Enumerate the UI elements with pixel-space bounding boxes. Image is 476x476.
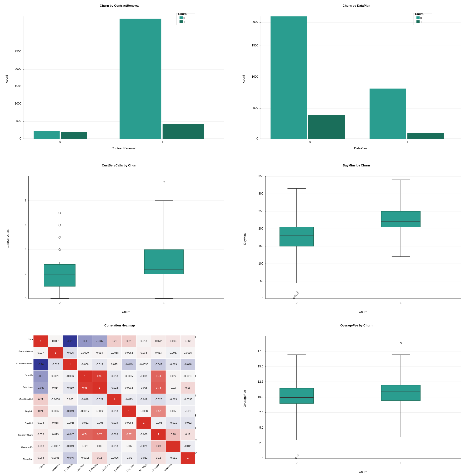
ytick-1500: 1500 bbox=[15, 85, 21, 88]
bar2-1-c0 bbox=[369, 89, 406, 139]
title-dataplan: Churn by DataPlan bbox=[343, 4, 370, 7]
chart-area-4: 0 50 100 150 200 250 300 35 bbox=[239, 168, 474, 320]
xlabel-label-4: Churn bbox=[359, 310, 367, 314]
svg-text:12.5: 12.5 bbox=[258, 380, 263, 383]
outlier6-1-high bbox=[400, 342, 401, 344]
ytick2-2000: 2000 bbox=[252, 20, 258, 24]
ytick-2500: 2500 bbox=[15, 50, 21, 53]
svg-text:2: 2 bbox=[25, 272, 26, 276]
legend-title-2: Churn bbox=[415, 12, 423, 16]
ylabel-4: DayMins bbox=[243, 233, 246, 245]
outlier4-0-3 bbox=[296, 294, 297, 296]
xlabel-0: 0 bbox=[59, 140, 61, 144]
svg-text:200: 200 bbox=[258, 227, 263, 231]
svg-text:AccountWeeks: AccountWeeks bbox=[18, 350, 34, 352]
xlabel4-1: 1 bbox=[400, 301, 401, 305]
legend-color-0 bbox=[180, 17, 183, 19]
xlabel-label-1: ContractRenewal bbox=[111, 146, 136, 150]
legend2-1: 1 bbox=[420, 20, 422, 24]
svg-text:OverageFee: OverageFee bbox=[21, 445, 34, 448]
svg-text:7.5: 7.5 bbox=[259, 411, 263, 414]
svg-text:6: 6 bbox=[25, 223, 26, 227]
panel-daymins: DayMins by Churn 0 50 100 150 200 bbox=[239, 162, 474, 320]
outlier4-0-1 bbox=[293, 297, 295, 299]
svg-chart3: 0 2 4 6 8 CustServCalls bbox=[2, 168, 237, 320]
svg-chart4: 0 50 100 150 200 250 300 35 bbox=[239, 168, 474, 320]
ytick2-1000: 1000 bbox=[252, 75, 258, 78]
outlier4-0-2 bbox=[294, 295, 296, 297]
box6-0 bbox=[280, 388, 313, 403]
outlier-3-1-9 bbox=[163, 181, 165, 183]
svg-text:17.5: 17.5 bbox=[258, 349, 263, 353]
svg-text:DataUsage: DataUsage bbox=[22, 386, 34, 388]
xlabel4-0: 0 bbox=[296, 301, 297, 305]
panel-custservcalls: CustServCalls by Churn 0 2 4 6 8 bbox=[2, 162, 237, 320]
xlabel-label-6: Churn bbox=[359, 470, 367, 474]
svg-chart1: 0 500 1000 1500 2000 2500 count bbox=[2, 8, 237, 160]
chart-area-5: // We'll define cell positions manually … bbox=[2, 328, 237, 476]
legend-title-1: Churn bbox=[178, 12, 187, 16]
svg-text:RoamMins: RoamMins bbox=[23, 458, 34, 460]
svg-text:8: 8 bbox=[25, 199, 26, 202]
svg-text:15.0: 15.0 bbox=[258, 365, 263, 368]
chart-area-6: 0 2.5 5.0 7.5 10.0 12.5 15.0 bbox=[239, 328, 474, 476]
title-custservcalls: CustServCalls by Churn bbox=[102, 164, 137, 167]
legend-1: 1 bbox=[183, 20, 185, 24]
svg-text:250: 250 bbox=[258, 210, 263, 213]
panel-heatmap: Correlation Heatmap // We'll define cell… bbox=[2, 322, 237, 476]
svg-text:CustServCalls: CustServCalls bbox=[19, 398, 34, 400]
svg-text:10.0: 10.0 bbox=[258, 395, 263, 399]
svg-text:Churn: Churn bbox=[39, 463, 45, 470]
svg-text:ContractRenewal: ContractRenewal bbox=[16, 362, 34, 365]
legend2-color-0 bbox=[416, 17, 419, 19]
svg-text:DayCalls: DayCalls bbox=[25, 422, 34, 424]
box6-1 bbox=[381, 385, 420, 401]
xlabel6-1: 1 bbox=[400, 461, 401, 465]
outlier-3-0-5 bbox=[59, 237, 61, 238]
ytick2-500: 500 bbox=[253, 106, 258, 110]
chart-area-2: 0 500 1000 1500 2000 count 0 bbox=[239, 8, 474, 160]
chart-area-3: 0 2 4 6 8 CustServCalls bbox=[2, 168, 237, 320]
ytick-1000: 1000 bbox=[15, 102, 21, 105]
ytick2-0: 0 bbox=[256, 137, 258, 140]
ytick2-1500: 1500 bbox=[252, 44, 258, 47]
svg-text:300: 300 bbox=[258, 192, 263, 195]
svg-text:350: 350 bbox=[258, 175, 263, 178]
panel-contract-renewal: Churn by ContractRenewal 0 500 1000 1500 bbox=[2, 2, 237, 160]
box4-0 bbox=[280, 227, 313, 246]
xlabel2-1: 1 bbox=[407, 140, 408, 144]
xlabel3-1: 1 bbox=[163, 301, 165, 305]
svg-text:DayCalls: DayCalls bbox=[126, 464, 135, 472]
legend-color-1 bbox=[180, 20, 183, 23]
box3-0 bbox=[44, 265, 75, 287]
bar-1-churn1 bbox=[163, 124, 204, 139]
bar-1-churn0 bbox=[119, 19, 161, 139]
xlabel-label-3: Churn bbox=[122, 310, 131, 314]
svg-text:DataPlan: DataPlan bbox=[25, 374, 34, 376]
ylabel-2: count bbox=[241, 75, 245, 83]
title-daymins: DayMins by Churn bbox=[343, 164, 370, 167]
title-heatmap: Correlation Heatmap bbox=[104, 323, 135, 327]
svg-text:50: 50 bbox=[260, 279, 263, 283]
xlabel-label-2: DataPlan bbox=[354, 146, 367, 150]
bar2-0-c1 bbox=[308, 115, 345, 139]
ylabel-6: OverageFee bbox=[243, 390, 246, 408]
outlier4-0-4 bbox=[297, 293, 299, 294]
outlier6-0-low bbox=[295, 457, 297, 459]
svg-text:MonthlyCharge: MonthlyCharge bbox=[18, 434, 34, 436]
svg-text:5.0: 5.0 bbox=[259, 426, 263, 429]
xlabel-1: 1 bbox=[162, 140, 163, 144]
panel-dataplan: Churn by DataPlan 0 500 1000 1500 2000 c… bbox=[239, 2, 474, 160]
svg-text:100: 100 bbox=[258, 262, 263, 265]
dashboard-grid: Churn by ContractRenewal 0 500 1000 1500 bbox=[0, 0, 476, 476]
svg-chart6: 0 2.5 5.0 7.5 10.0 12.5 15.0 bbox=[239, 328, 474, 476]
bar-0-churn0 bbox=[34, 131, 60, 139]
svg-text:0: 0 bbox=[25, 297, 26, 300]
panel-overagefee: OverageFee by Churn 0 2.5 5.0 7.5 10.0 bbox=[239, 322, 474, 476]
svg-text:0: 0 bbox=[261, 457, 263, 460]
ytick-0: 0 bbox=[19, 137, 21, 140]
svg-chart2: 0 500 1000 1500 2000 count 0 bbox=[239, 8, 474, 160]
xlabel3-0: 0 bbox=[59, 301, 60, 305]
ylabel-3: CustServCalls bbox=[6, 229, 10, 249]
svg-text:150: 150 bbox=[258, 245, 263, 248]
